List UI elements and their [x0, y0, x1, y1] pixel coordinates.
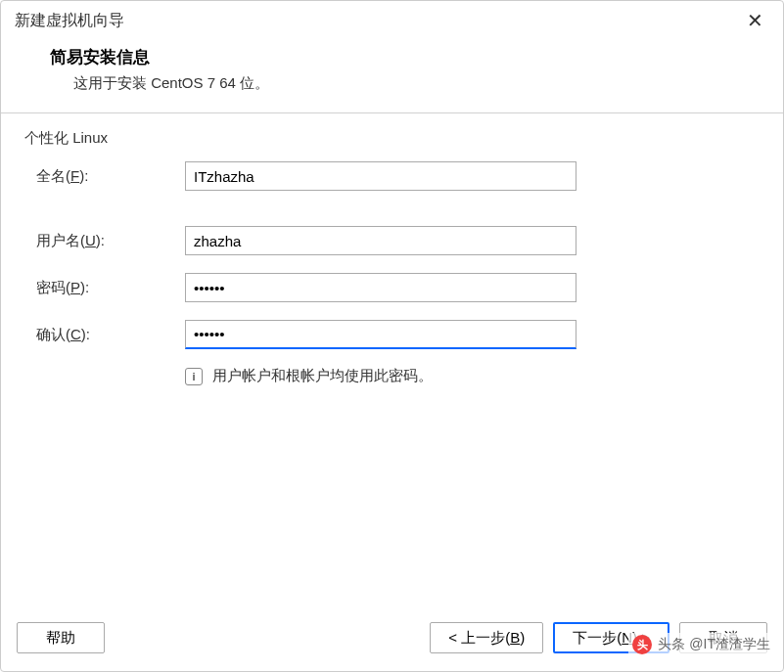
titlebar: 新建虚拟机向导 ✕ [1, 1, 783, 36]
window-title: 新建虚拟机向导 [15, 11, 124, 31]
help-button[interactable]: 帮助 [17, 622, 105, 653]
confirm-label: 确认(C): [36, 326, 185, 344]
password-row: 密码(P): [24, 273, 760, 302]
username-label: 用户名(U): [36, 232, 185, 250]
info-text: 用户帐户和根帐户均使用此密码。 [212, 367, 433, 385]
back-button[interactable]: < 上一步(B) [430, 622, 543, 653]
close-icon[interactable]: ✕ [741, 9, 769, 32]
watermark-icon: 头 [632, 635, 652, 654]
watermark-text: 头条 @IT渣渣学生 [658, 636, 770, 653]
fullname-label: 全名(F): [36, 167, 185, 186]
username-row: 用户名(U): [24, 226, 760, 255]
info-row: i 用户帐户和根帐户均使用此密码。 [24, 367, 760, 385]
password-input[interactable] [185, 273, 576, 302]
confirm-input[interactable] [185, 320, 576, 349]
username-input[interactable] [185, 226, 576, 255]
page-subtitle: 这用于安装 CentOS 7 64 位。 [50, 74, 744, 93]
section-label: 个性化 Linux [24, 129, 760, 148]
confirm-row: 确认(C): [24, 320, 760, 349]
info-icon: i [185, 368, 203, 385]
page-title: 简易安装信息 [50, 46, 744, 68]
header-section: 简易安装信息 这用于安装 CentOS 7 64 位。 [1, 36, 783, 112]
fullname-row: 全名(F): [24, 161, 760, 191]
watermark: 头 头条 @IT渣渣学生 [628, 633, 774, 656]
fullname-input[interactable] [185, 161, 576, 191]
wizard-window: 新建虚拟机向导 ✕ 简易安装信息 这用于安装 CentOS 7 64 位。 个性… [0, 0, 784, 672]
password-label: 密码(P): [36, 279, 185, 297]
content-area: 个性化 Linux 全名(F): 用户名(U): 密码(P): 确认(C): [1, 113, 783, 610]
